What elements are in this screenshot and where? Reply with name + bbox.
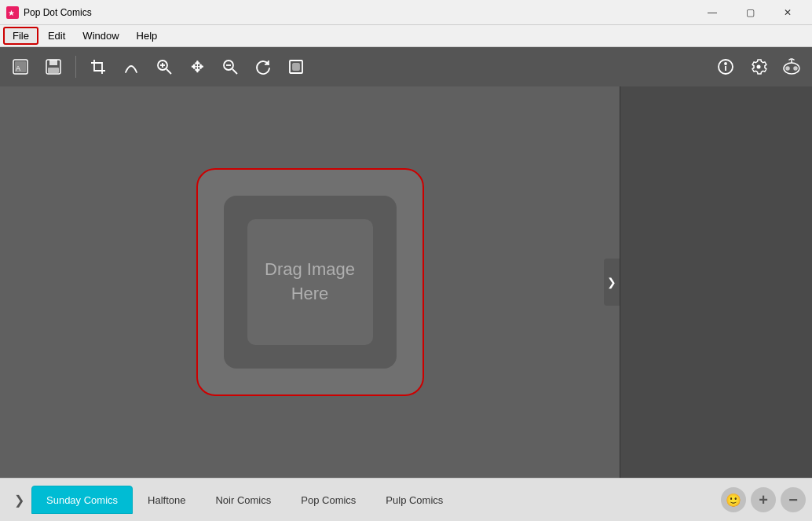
toolbar-save-btn[interactable] — [39, 53, 68, 81]
drop-zone-inner: Drag ImageHere — [224, 196, 397, 369]
maximize-button[interactable]: ▢ — [732, 0, 768, 25]
svg-text:★: ★ — [8, 9, 15, 17]
tab-noir-comics[interactable]: Noir Comics — [200, 486, 286, 514]
tab-add-button[interactable]: + — [751, 487, 776, 512]
chevron-down-icon: ❯ — [14, 493, 24, 508]
toolbar-fit-btn[interactable] — [282, 53, 310, 81]
menu-bar: File Edit Window Help — [0, 25, 812, 47]
menu-edit[interactable]: Edit — [40, 27, 73, 45]
toolbar-sep-1 — [75, 56, 76, 78]
close-button[interactable]: ✕ — [770, 0, 806, 25]
toolbar-rotate-btn[interactable] — [249, 53, 277, 81]
toolbar-crop-btn[interactable] — [84, 53, 112, 81]
toolbar: A ✥ — [0, 47, 812, 86]
svg-rect-7 — [48, 68, 59, 73]
tab-halftone[interactable]: Halftone — [133, 486, 200, 514]
svg-rect-6 — [49, 60, 57, 65]
right-panel — [620, 86, 812, 478]
chevron-right-icon: ❯ — [607, 276, 616, 288]
svg-text:A: A — [16, 64, 20, 72]
drop-zone[interactable]: Drag ImageHere — [196, 168, 424, 396]
menu-help[interactable]: Help — [129, 27, 166, 45]
svg-line-9 — [166, 69, 171, 74]
toolbar-move-btn[interactable]: ✥ — [183, 53, 211, 81]
toolbar-transform-btn[interactable] — [117, 53, 145, 81]
window-controls: — ▢ ✕ — [694, 0, 806, 25]
toolbar-image-btn[interactable]: A — [6, 53, 35, 81]
minimize-button[interactable]: — — [694, 0, 730, 25]
tab-smiley-button[interactable]: 🙂 — [721, 487, 746, 512]
tab-scroll-left-button[interactable]: ❯ — [6, 486, 31, 514]
drop-text: Drag ImageHere — [265, 258, 355, 306]
main-area: Drag ImageHere ❯ — [0, 86, 812, 478]
tab-bar: ❯ Sunday Comics Halftone Noir Comics Pop… — [0, 478, 812, 521]
tab-pop-comics[interactable]: Pop Comics — [286, 486, 371, 514]
svg-point-19 — [725, 63, 726, 64]
tab-sunday-comics[interactable]: Sunday Comics — [31, 486, 133, 514]
tab-pulp-comics[interactable]: Pulp Comics — [371, 486, 458, 514]
toolbar-info-btn[interactable] — [711, 53, 740, 81]
tab-right-controls: 🙂 + − — [721, 487, 806, 512]
svg-rect-16 — [293, 64, 299, 70]
title-bar: ★ Pop Dot Comics — ▢ ✕ — [0, 0, 812, 25]
tab-remove-button[interactable]: − — [781, 487, 806, 512]
app-icon: ★ — [6, 6, 19, 19]
toolbar-settings-btn[interactable] — [744, 53, 773, 81]
svg-point-21 — [786, 67, 789, 70]
menu-file[interactable]: File — [3, 27, 38, 45]
toolbar-effects-btn[interactable] — [777, 53, 806, 81]
svg-point-22 — [794, 67, 797, 70]
svg-line-13 — [232, 69, 237, 74]
toolbar-zoom-in-btn[interactable] — [150, 53, 178, 81]
menu-window[interactable]: Window — [75, 27, 126, 45]
canvas-area[interactable]: Drag ImageHere ❯ — [0, 86, 620, 478]
toolbar-zoom-out-btn[interactable] — [216, 53, 244, 81]
app-title: Pop Dot Comics — [24, 7, 689, 18]
drop-zone-innermost: Drag ImageHere — [247, 219, 373, 345]
expand-panel-button[interactable]: ❯ — [604, 259, 620, 306]
